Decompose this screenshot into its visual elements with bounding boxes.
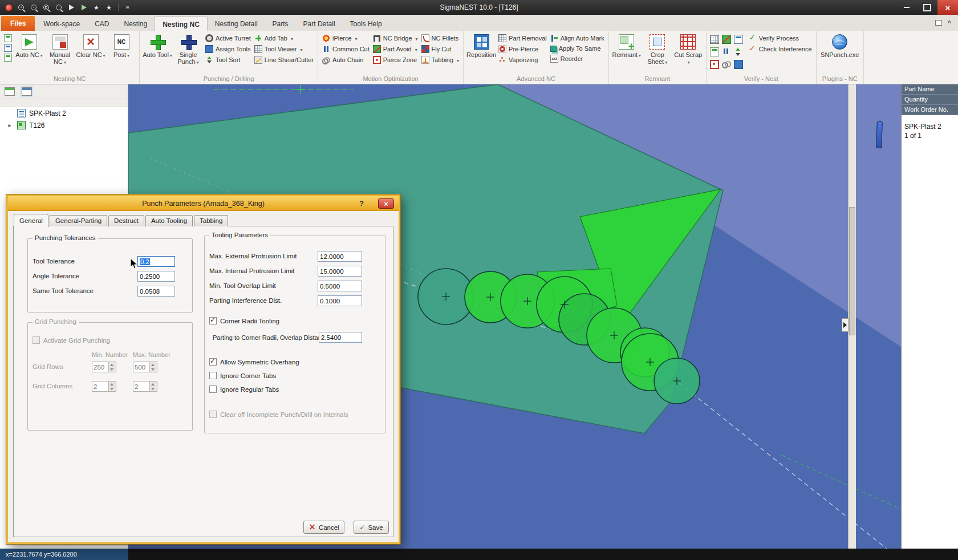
tool-sort-button[interactable]: Tool Sort	[205, 56, 251, 64]
clear-off-incomplete-checkbox[interactable]	[209, 411, 217, 418]
post-button[interactable]: Post	[106, 32, 137, 75]
pre-pierce-button[interactable]: Pre-Pierce	[498, 45, 547, 53]
tab-nesting-nc[interactable]: Nesting NC	[155, 17, 208, 31]
quantity-header[interactable]: Quantity	[902, 95, 958, 105]
close-button[interactable]	[937, 0, 958, 15]
dialog-tab-general-parting[interactable]: General-Parting	[50, 215, 107, 226]
dialog-tab-auto-tooling[interactable]: Auto Tooling	[145, 215, 193, 226]
reorder-button[interactable]: Reorder	[550, 55, 604, 63]
save-button[interactable]: Save	[354, 521, 389, 534]
panel-expand-arrow[interactable]	[842, 318, 849, 332]
ipierce-button[interactable]: iPierce	[322, 34, 370, 42]
tab-parts[interactable]: Parts	[265, 17, 296, 31]
remnant-button[interactable]: Remnant	[611, 32, 642, 75]
verify-tool-icon-8[interactable]	[722, 60, 731, 69]
max-internal-protrusion-input[interactable]	[318, 266, 362, 277]
line-shear-cutter-button[interactable]: Line Shear/Cutter	[254, 56, 314, 64]
activate-grid-punching-checkbox[interactable]	[33, 336, 40, 344]
sheets-list-icon[interactable]	[22, 87, 32, 96]
dialog-close-button[interactable]	[378, 198, 394, 209]
verify-tool-icon-1[interactable]	[710, 35, 719, 44]
nc-bridge-button[interactable]: NC Bridge	[373, 34, 418, 42]
add-tab-button[interactable]: Add Tab	[254, 34, 314, 42]
star-icon[interactable]: ★	[104, 3, 113, 12]
nc-sheet-icon-2[interactable]	[4, 44, 12, 52]
zoom-out-icon[interactable]	[29, 3, 38, 12]
canvas-vertical-scrollbar[interactable]	[848, 84, 856, 549]
allow-symmetric-overhang-checkbox[interactable]	[209, 358, 217, 366]
same-tool-tolerance-input[interactable]	[137, 286, 175, 297]
dialog-tab-destruct[interactable]: Destruct	[108, 215, 144, 226]
verify-tool-icon-3[interactable]	[734, 35, 743, 44]
angle-tolerance-input[interactable]	[137, 271, 175, 282]
apply-to-same-button[interactable]: Apply To Same	[550, 45, 604, 52]
expand-arrow-icon[interactable]: ▸	[6, 122, 14, 128]
corner-radii-tooling-checkbox[interactable]	[209, 317, 217, 324]
reposition-button[interactable]: Reposition	[466, 32, 497, 75]
verify-tool-icon-9[interactable]	[734, 60, 743, 69]
simulate-icon[interactable]	[79, 3, 88, 12]
max-external-protrusion-input[interactable]	[318, 251, 362, 262]
vaporizing-button[interactable]: Vaporizing	[498, 56, 547, 64]
allow-symmetric-overhang-row[interactable]: Allow Symmetric Overhang	[209, 358, 299, 366]
tab-tools-help[interactable]: Tools Help	[343, 17, 389, 31]
check-interference-button[interactable]: Check Interference	[749, 45, 812, 53]
ignore-corner-tabs-checkbox[interactable]	[209, 372, 217, 379]
spin-down-icon[interactable]	[150, 367, 157, 372]
nc-sheet-icon-1[interactable]	[4, 34, 12, 42]
corner-radii-tooling-row[interactable]: Corner Radii Tooling	[209, 317, 279, 324]
pierce-zone-button[interactable]: Pierce Zone	[373, 56, 418, 64]
dialog-title-bar[interactable]: Punch Parameters (Amada_368_King)	[8, 196, 399, 211]
tab-files[interactable]: Files	[1, 16, 35, 31]
parts-list-icon[interactable]	[5, 87, 15, 96]
spin-up-icon[interactable]	[150, 362, 157, 367]
zoom-extents-icon[interactable]	[54, 3, 63, 12]
app-logo-icon[interactable]	[4, 3, 13, 12]
nc-sheet-icon-3[interactable]	[4, 54, 12, 62]
ribbon-collapse-icon[interactable]	[948, 19, 951, 26]
dialog-help-button[interactable]: ?	[356, 198, 367, 208]
tab-cad[interactable]: CAD	[87, 17, 116, 31]
fly-cut-button[interactable]: Fly Cut	[421, 45, 460, 53]
tab-nesting-detail[interactable]: Nesting Detail	[208, 17, 265, 31]
spin-down-icon[interactable]	[109, 387, 116, 392]
tabbing-button[interactable]: Tabbing	[421, 56, 460, 64]
run-icon[interactable]	[67, 3, 76, 12]
cancel-button[interactable]: Cancel	[303, 521, 344, 534]
part-avoid-button[interactable]: Part Avoid	[373, 45, 418, 53]
grid-rows-max-spinner[interactable]	[133, 362, 157, 372]
restore-button[interactable]	[917, 0, 937, 15]
part-removal-button[interactable]: Part Removal	[498, 34, 547, 42]
parting-overlap-input[interactable]	[319, 332, 362, 343]
ignore-corner-tabs-row[interactable]: Ignore Corner Tabs	[209, 372, 276, 379]
verify-tool-icon-2[interactable]	[722, 35, 731, 44]
activate-grid-punching-row[interactable]: Activate Grid Punching	[33, 336, 110, 344]
spin-down-icon[interactable]	[150, 387, 157, 392]
align-auto-mark-button[interactable]: Align Auto Mark	[550, 34, 604, 42]
clear-off-incomplete-row[interactable]: Clear off Incomplete Punch/Drill on Inte…	[209, 411, 348, 418]
verify-tool-icon-7[interactable]	[710, 60, 719, 69]
ignore-regular-tabs-checkbox[interactable]	[209, 385, 217, 393]
tree-item-workorder[interactable]: SPK-Plast 2	[0, 107, 128, 119]
ribbon-style-icon[interactable]	[935, 20, 942, 26]
assign-tools-button[interactable]: Assign Tools	[205, 45, 251, 53]
cut-scrap-button[interactable]: Cut Scrap	[673, 32, 704, 75]
verify-tool-icon-6[interactable]	[734, 47, 743, 56]
part-name-header[interactable]: Part Name	[902, 84, 958, 95]
tab-nesting[interactable]: Nesting	[117, 17, 155, 31]
crop-sheet-button[interactable]: Crop Sheet	[642, 32, 673, 75]
nc-fillets-button[interactable]: NC Fillets	[421, 34, 460, 42]
tool-tolerance-input[interactable]: 0.2	[137, 256, 175, 267]
tool-viewer-button[interactable]: Tool Viewer	[254, 45, 314, 53]
customize-toolbar-icon[interactable]: ≡	[123, 3, 132, 12]
spin-down-icon[interactable]	[109, 367, 116, 372]
minimize-button[interactable]	[896, 0, 917, 15]
single-punch-button[interactable]: Single Punch	[173, 32, 204, 75]
auto-chain-button[interactable]: Auto Chain	[322, 56, 370, 64]
dialog-tab-general[interactable]: General	[14, 214, 48, 227]
manual-nc-button[interactable]: Manual NC	[44, 32, 75, 75]
verify-tool-icon-5[interactable]	[722, 47, 731, 56]
spin-up-icon[interactable]	[109, 382, 116, 387]
grid-columns-max-spinner[interactable]	[133, 381, 157, 392]
snpunch-button[interactable]: SNPunch.exe	[819, 32, 861, 75]
